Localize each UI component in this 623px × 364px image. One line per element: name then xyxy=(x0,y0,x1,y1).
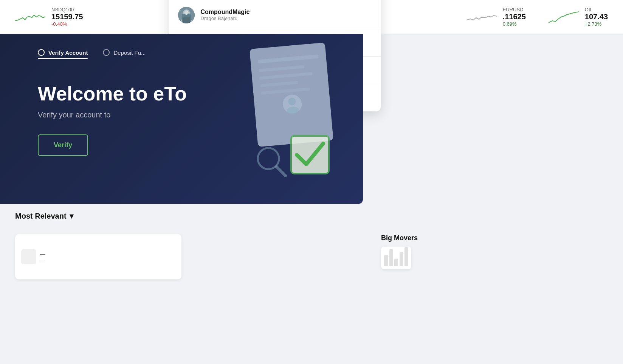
compoundmagic-realname: Dragos Bajenaru xyxy=(201,15,372,21)
ticker-nsdq100[interactable]: NSDQ100 15159.75 -0.40% xyxy=(15,7,83,27)
instrument-icon xyxy=(21,249,36,264)
big-movers-chart xyxy=(381,247,411,269)
ticker-oil-change: +2.73% xyxy=(585,21,608,27)
step2-circle xyxy=(103,49,110,56)
person-compoundmagic[interactable]: CompoundMagic Dragos Bajenaru xyxy=(169,2,381,29)
ticker-eurusd-price: .11625 xyxy=(503,12,526,21)
oil-chart xyxy=(549,9,579,25)
ticker-eurusd[interactable]: EURUSD .11625 0.69% xyxy=(466,7,526,27)
compoundmagic-username: CompoundMagic xyxy=(201,9,372,15)
banner-content: Welcome to eTo Verify your account to Ve… xyxy=(38,83,187,156)
svg-line-33 xyxy=(277,167,285,176)
step2[interactable]: Deposit Fu... xyxy=(103,49,146,56)
big-movers-label: Big Movers xyxy=(381,234,608,242)
step1-label: Verify Account xyxy=(48,49,88,56)
instrument-strip: — — xyxy=(15,234,181,279)
ticker-nsdq100-price: 15159.75 xyxy=(51,12,83,21)
banner-subtitle: Verify your account to xyxy=(38,111,187,119)
step1[interactable]: Verify Account xyxy=(38,49,88,56)
compoundmagic-avatar xyxy=(178,7,195,23)
instrument-sub: — xyxy=(40,257,45,262)
banner-title: Welcome to eTo xyxy=(38,83,187,105)
steps-row: Verify Account Deposit Fu... xyxy=(38,49,146,56)
big-movers-section: Big Movers xyxy=(381,234,608,269)
most-relevant-text: Most Relevant xyxy=(15,212,67,221)
banner-illustration xyxy=(181,34,363,204)
ticker-oil-price: 107.43 xyxy=(585,12,608,21)
step1-circle xyxy=(38,49,45,56)
top-bar: NSDQ100 15159.75 -0.40% ✕ Markets xyxy=(0,0,623,34)
dark-banner: Verify Account Deposit Fu... Welcome to … xyxy=(0,34,363,204)
sort-icon: ▾ xyxy=(70,211,73,221)
ticker-nsdq100-name: NSDQ100 xyxy=(51,7,83,12)
step1-underline xyxy=(38,58,88,59)
ticker-eurusd-change: 0.69% xyxy=(503,21,526,27)
instrument-name: — xyxy=(40,251,45,257)
most-relevant-label[interactable]: Most Relevant ▾ xyxy=(15,211,73,221)
eurusd-chart xyxy=(466,9,497,25)
ticker-oil[interactable]: OIL 107.43 +2.73% xyxy=(549,7,608,27)
ticker-nsdq100-change: -0.40% xyxy=(51,21,83,27)
instrument-card-1[interactable]: — — xyxy=(15,234,181,279)
nsdq100-chart xyxy=(15,9,45,25)
svg-point-8 xyxy=(184,10,189,15)
svg-rect-9 xyxy=(183,17,190,23)
most-relevant-section: Most Relevant ▾ xyxy=(15,211,73,221)
verify-button[interactable]: Verify xyxy=(38,134,88,156)
main-area: Verify Account Deposit Fu... Welcome to … xyxy=(0,34,623,364)
step1-wrapper: Verify Account xyxy=(38,49,88,56)
ticker-oil-name: OIL xyxy=(585,7,608,12)
step2-label: Deposit Fu... xyxy=(113,49,146,56)
page-wrapper: NSDQ100 15159.75 -0.40% ✕ Markets xyxy=(0,0,623,364)
ticker-eurusd-name: EURUSD xyxy=(503,7,526,12)
